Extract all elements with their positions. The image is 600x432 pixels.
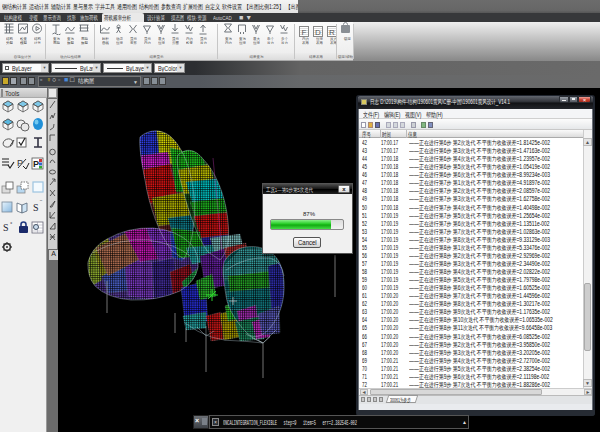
svg-text:P: P bbox=[33, 159, 39, 169]
svg-text:S: S bbox=[33, 202, 39, 213]
svg-text:°: ° bbox=[10, 221, 13, 227]
svg-text:S: S bbox=[3, 222, 9, 233]
svg-text:‾: ‾ bbox=[39, 200, 43, 206]
